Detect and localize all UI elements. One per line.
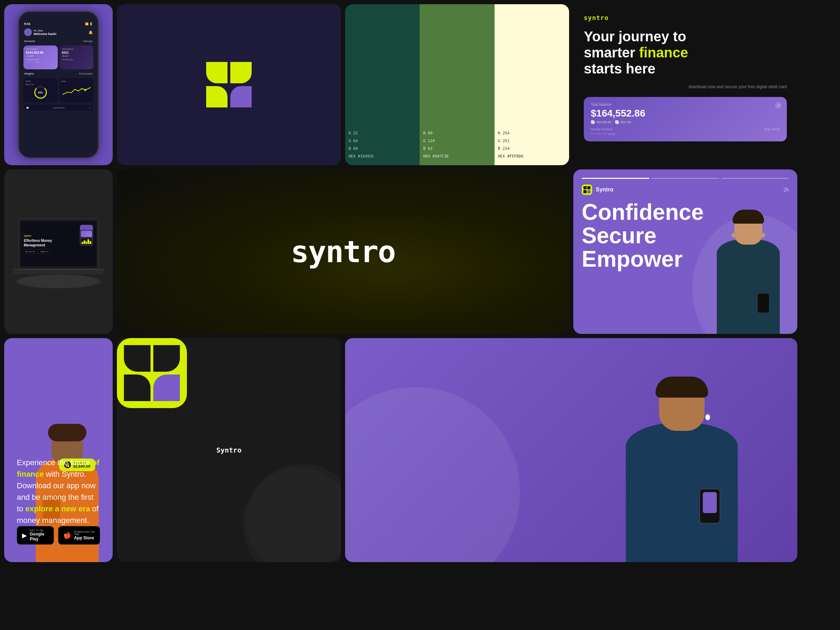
- fees-chart-svg: [62, 86, 92, 96]
- phone-screen: 9:41 📶 🔋 👤 Hi, Alex Welcome back! 🔔 Acco…: [19, 12, 98, 157]
- laptop-screen-inner: syntro Effortless MoneyManagement ▶ Goog…: [21, 221, 96, 266]
- goals-widget: Goals Buy a car 65%: [24, 78, 58, 103]
- swatch-dark-block: [345, 4, 420, 125]
- google-play-badge[interactable]: ▶ GET IT ON Google Play: [17, 526, 54, 545]
- fees-widget: Fees: [60, 78, 94, 103]
- app-icon-q4: [153, 374, 180, 401]
- phone-news-bar: 📰 Latest News ↗: [24, 105, 93, 111]
- notif-logo-row: Syntro: [582, 185, 614, 195]
- phone-status-bar: 9:41 📶 🔋: [23, 22, 94, 25]
- laptop-base: [13, 269, 104, 274]
- notif-time: 2h: [783, 187, 789, 193]
- phone-icons: 📶 🔋: [85, 22, 93, 25]
- card-arrow-icon: ↗: [775, 102, 782, 109]
- checking-card: Total balance $221 +$1,100 Checking acc: [60, 46, 94, 69]
- notif-app-name: Syntro: [596, 186, 614, 193]
- app-icon: [117, 338, 187, 408]
- app-store-badge[interactable]: 🍎 Download on the App Store: [58, 526, 100, 545]
- phone-greeting-row: 👤 Hi, Alex Welcome back! 🔔: [23, 28, 94, 37]
- logo-quadrant-1: [206, 62, 227, 83]
- logo-symbol: [206, 62, 252, 107]
- phone-frame: 9:41 📶 🔋 👤 Hi, Alex Welcome back! 🔔 Acco…: [18, 11, 99, 158]
- app-icon-q1: [124, 345, 150, 372]
- mini-balance-card: ↗ Total balance $164,552.86 📈 +$4,255.00…: [584, 97, 787, 141]
- account-cards: Total balance $164,552.86 +$1,4000 Savin…: [23, 46, 94, 69]
- change1: 📈 +$4,255.00: [591, 120, 611, 124]
- accounts-section-title: Accounts Manage: [23, 39, 94, 43]
- swatch-mid-info: R 89 G 124 B 62 HEX #507C3E: [420, 125, 494, 165]
- news-arrow: ↗: [89, 106, 91, 109]
- panel-notification: Syntro 2h Confidence Secure Empower: [573, 169, 797, 334]
- panel-laptop-mockup: syntro Effortless MoneyManagement ▶ Goog…: [4, 169, 113, 334]
- widgets-row: Goals Buy a car 65% Fees: [23, 78, 94, 103]
- phone-avatar: 👤: [24, 28, 32, 36]
- swatch-light: R 254 G 251 B 214 HEX #FEFBD6: [494, 4, 569, 165]
- swatch-mid: R 89 G 124 B 62 HEX #507C3E: [420, 4, 494, 165]
- goals-circle: 65%: [34, 86, 47, 99]
- cta-store-buttons: ▶ GET IT ON Google Play 🍎 Download on th…: [17, 526, 100, 545]
- swatch-dark-info: R 22 G 64 B 60 HEX #16493C: [345, 125, 420, 165]
- card-changes: 📈 +$4,255.00 📈 +$12.85: [591, 120, 780, 124]
- main-grid: 9:41 📶 🔋 👤 Hi, Alex Welcome back! 🔔 Acco…: [0, 0, 840, 630]
- large-phone-prop: [699, 489, 720, 524]
- laptop-surface: [16, 275, 101, 288]
- app-icon-q2: [153, 345, 180, 372]
- notif-header: Syntro 2h: [582, 185, 789, 195]
- panel-app-icon: Syntro: [117, 338, 341, 562]
- phone-time: 9:41: [24, 22, 30, 25]
- swatch-light-info: R 254 G 251 B 214 HEX #FEFBD6: [494, 125, 569, 165]
- marketing-subtitle: download now and secure your free digita…: [584, 84, 787, 90]
- app-bg-circle-2: [243, 464, 341, 562]
- laptop-phone-prop: [80, 225, 93, 246]
- panel-marketing: syntro Your journey to smarter finance s…: [573, 4, 797, 165]
- cta-content: Experience the future of finance with Sy…: [17, 457, 100, 545]
- swatch-mid-block: [420, 4, 494, 125]
- google-play-icon: ▶: [22, 532, 27, 539]
- big-logo-text: syntro: [291, 234, 395, 269]
- widgets-section-title: Widgets Personalise: [23, 71, 94, 76]
- panel-phone-mockup: 9:41 📶 🔋 👤 Hi, Alex Welcome back! 🔔 Acco…: [4, 4, 113, 165]
- logo-quadrant-3: [206, 86, 227, 107]
- notif-person-area: [699, 204, 797, 334]
- laptop-apple-badge: 🍎 App Store: [38, 249, 51, 253]
- apple-icon: 🍎: [63, 532, 71, 539]
- savings-card: Total balance $164,552.86 +$1,4000 Savin…: [24, 46, 58, 69]
- logo-quadrant-4: [230, 86, 252, 107]
- swatch-dark: R 22 G 64 B 60 HEX #16493C: [345, 4, 420, 165]
- panel-large-person: [345, 338, 797, 562]
- laptop-screen-outer: syntro Effortless MoneyManagement ▶ Goog…: [18, 218, 99, 269]
- phone-prop: [757, 293, 769, 313]
- laptop-google-badge: ▶ Google Play: [24, 249, 37, 253]
- marketing-headline: Your journey to smarter finance starts h…: [584, 28, 787, 77]
- bar-1: [582, 178, 649, 179]
- laptop-store-badges: ▶ Google Play 🍎 App Store: [24, 249, 93, 253]
- card-footer: Saving account Exp. 04/28: [591, 127, 780, 131]
- app-icon-name: Syntro: [216, 446, 242, 454]
- swatch-light-block: [494, 4, 569, 125]
- panel-logo: [117, 4, 341, 165]
- news-icon: 📰: [26, 106, 29, 109]
- cta-text: Experience the future of finance with Sy…: [17, 457, 100, 526]
- phone-notch: [44, 12, 73, 21]
- laptop-wrap: syntro Effortless MoneyManagement ▶ Goog…: [13, 218, 104, 285]
- notif-progress-bars: [582, 178, 789, 179]
- person-body-sim: [717, 239, 780, 334]
- fees-chart: [62, 84, 92, 96]
- swatches-container: R 22 G 64 B 60 HEX #16493C R 89 G 124 B …: [345, 4, 569, 165]
- bar-3: [722, 178, 789, 179]
- panel-cta: 💰 Transaction $2,600.00 Experience the f…: [4, 338, 113, 562]
- change2: 📈 +$12.85: [615, 120, 631, 124]
- marketing-brand: syntro: [584, 14, 787, 21]
- notification-icon: 🔔: [88, 30, 93, 34]
- panel-color-swatches: R 22 G 64 B 60 HEX #16493C R 89 G 124 B …: [345, 4, 569, 165]
- large-person-figure: [594, 359, 769, 562]
- logo-quadrant-2: [230, 62, 252, 83]
- app-icon-q3: [124, 374, 150, 401]
- notif-logo-icon: [582, 185, 592, 195]
- large-body: [626, 422, 738, 562]
- panel-big-logo: syntro: [117, 169, 569, 334]
- phone-greeting: Hi, Alex Welcome back!: [33, 29, 56, 36]
- svg-point-0: [84, 89, 86, 91]
- bar-2: [651, 178, 719, 179]
- large-head: [659, 378, 704, 431]
